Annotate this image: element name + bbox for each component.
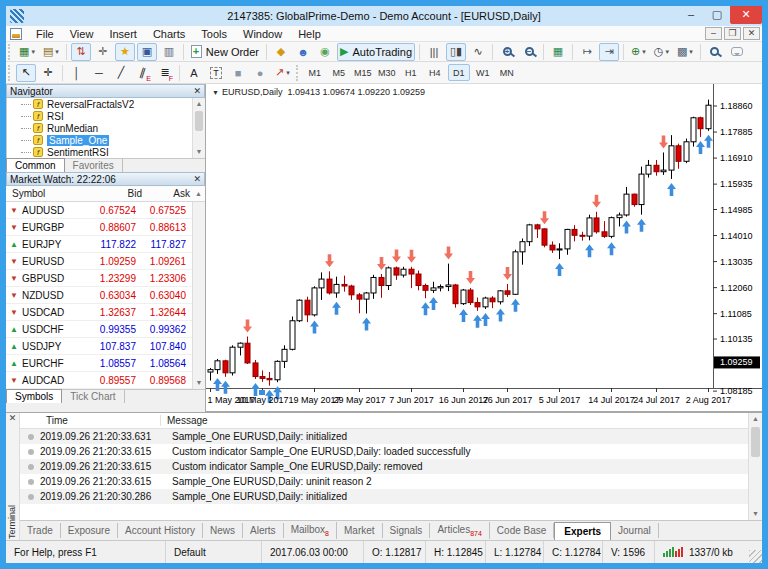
scrollbar-thumb[interactable] bbox=[751, 427, 760, 457]
scroll-up-icon[interactable]: ▲ bbox=[195, 190, 205, 197]
navigator-header[interactable]: Navigator ✕ bbox=[6, 84, 205, 98]
profiles-button[interactable]: ▤▾ bbox=[40, 43, 62, 61]
market-watch-row-usdcad[interactable]: ▼USDCAD1.326371.32644 bbox=[6, 304, 205, 321]
navigator-close-icon[interactable]: ✕ bbox=[193, 86, 201, 96]
timeframe-D1[interactable]: D1 bbox=[448, 64, 470, 81]
terminal-log-row[interactable]: 2019.09.26 21:20:33.615Custom indicator … bbox=[20, 444, 748, 459]
terminal-log-row[interactable]: 2019.09.26 21:20:30.286Sample_One EURUSD… bbox=[20, 489, 748, 504]
navigator-scrollbar[interactable]: ▲ ▼ bbox=[192, 98, 205, 158]
scroll-down-icon[interactable]: ▼ bbox=[193, 146, 205, 158]
column-bid[interactable]: Bid bbox=[92, 188, 142, 199]
mdi-minimize-button[interactable]: – bbox=[705, 27, 722, 40]
market-watch-row-eurusd[interactable]: ▼EURUSD1.092591.09261 bbox=[6, 253, 205, 270]
market-watch-tab-tick-chart[interactable]: Tick Chart bbox=[62, 390, 124, 403]
market-watch-row-eurgbp[interactable]: ▼EURGBP0.886070.88613 bbox=[6, 219, 205, 236]
menu-window[interactable]: Window bbox=[235, 27, 290, 41]
timeframe-H1[interactable]: H1 bbox=[400, 64, 422, 81]
timeframe-H4[interactable]: H4 bbox=[424, 64, 446, 81]
zoom-in-button[interactable]: + bbox=[497, 43, 517, 61]
timeframe-M1[interactable]: M1 bbox=[304, 64, 326, 81]
terminal-scrollbar[interactable]: ▲ ▼ bbox=[748, 413, 762, 520]
scroll-down-icon[interactable]: ▼ bbox=[193, 377, 205, 389]
mdi-restore-button[interactable]: ❐ bbox=[724, 27, 741, 40]
navigator-tab-common[interactable]: Common bbox=[6, 158, 65, 172]
text-button[interactable]: A bbox=[184, 64, 204, 82]
market-watch-row-audcad[interactable]: ▼AUDCAD0.895570.89568 bbox=[6, 372, 205, 389]
scripts-button[interactable]: ◆ bbox=[271, 43, 291, 61]
chart-system-menu-icon[interactable] bbox=[10, 28, 22, 40]
rectangle-button[interactable]: ■ bbox=[228, 64, 248, 82]
navigator-item-sentimentrsi[interactable]: fSentimentRSI bbox=[7, 146, 205, 158]
templates-button[interactable]: ▩▾ bbox=[674, 43, 696, 61]
chat-button[interactable] bbox=[727, 43, 747, 61]
fibonacci-button[interactable]: ≣F bbox=[155, 64, 175, 82]
terminal-tab-market[interactable]: Market bbox=[337, 523, 383, 538]
terminal-tab-experts[interactable]: Experts bbox=[554, 522, 611, 540]
candle-chart-button[interactable]: ▯▮ bbox=[446, 43, 466, 61]
terminal-tab-code-base[interactable]: Code Base bbox=[490, 523, 554, 538]
column-message[interactable]: Message bbox=[160, 415, 748, 426]
menu-help[interactable]: Help bbox=[290, 27, 329, 41]
market-watch-header[interactable]: Market Watch: 22:22:06 ✕ bbox=[6, 172, 205, 186]
terminal-close-icon[interactable]: ✕ bbox=[6, 413, 19, 427]
minimize-button[interactable]: – bbox=[678, 6, 704, 24]
indicators-button[interactable]: ⊕▾ bbox=[628, 43, 649, 61]
timeframe-MN[interactable]: MN bbox=[496, 64, 518, 81]
scrollbar-thumb[interactable] bbox=[195, 111, 203, 131]
navigator-item-sample_one[interactable]: fSample_One bbox=[7, 134, 205, 146]
auto-scroll-button[interactable]: ↦ bbox=[577, 43, 597, 61]
terminal-log-row[interactable]: 2019.09.26 21:20:33.631Sample_One EURUSD… bbox=[20, 429, 748, 444]
timeframe-W1[interactable]: W1 bbox=[472, 64, 494, 81]
resize-grip[interactable] bbox=[749, 550, 762, 563]
market-watch-row-usdjpy[interactable]: ▲USDJPY107.837107.840 bbox=[6, 338, 205, 355]
market-watch-row-nzdusd[interactable]: ▼NZDUSD0.630340.63040 bbox=[6, 287, 205, 304]
expert-advisors-button[interactable]: ☻ bbox=[293, 43, 313, 61]
signals-button[interactable]: ◉ bbox=[315, 43, 335, 61]
market-watch-row-gbpusd[interactable]: ▼GBPUSD1.232991.23306 bbox=[6, 270, 205, 287]
new-order-button[interactable]: New Order bbox=[188, 43, 262, 61]
menu-tools[interactable]: Tools bbox=[193, 27, 235, 41]
status-profile[interactable]: Default bbox=[166, 541, 262, 563]
terminal-tab-signals[interactable]: Signals bbox=[383, 523, 431, 538]
tile-windows-button[interactable]: ▦ bbox=[548, 43, 568, 61]
terminal-log-row[interactable]: 2019.09.26 21:20:33.615Sample_One EURUSD… bbox=[20, 474, 748, 489]
toolbar-grip[interactable] bbox=[8, 65, 13, 81]
chart-shift-button[interactable]: ⇥ bbox=[599, 43, 619, 61]
terminal-tab-news[interactable]: News bbox=[203, 523, 243, 538]
horizontal-line-button[interactable]: ─ bbox=[89, 64, 109, 82]
market-watch-row-eurchf[interactable]: ▲EURCHF1.085571.08564 bbox=[6, 355, 205, 372]
market-watch-scrollbar[interactable]: ▼ bbox=[192, 202, 205, 389]
bar-chart-button[interactable]: ||| bbox=[424, 43, 444, 61]
terminal-tab-exposure[interactable]: Exposure bbox=[61, 523, 118, 538]
timeframe-M15[interactable]: M15 bbox=[352, 64, 374, 81]
menu-insert[interactable]: Insert bbox=[101, 27, 145, 41]
new-chart-button[interactable]: ▦▾ bbox=[16, 43, 38, 61]
ellipse-button[interactable]: ● bbox=[250, 64, 270, 82]
search-button[interactable] bbox=[705, 43, 725, 61]
chart-window[interactable]: ▼EURUSD,Daily 1.09413 1.09674 1.09220 1.… bbox=[206, 84, 762, 412]
toolbar-grip[interactable] bbox=[8, 44, 13, 60]
close-button[interactable]: ✕ bbox=[730, 6, 762, 24]
channel-button[interactable]: ∥E bbox=[133, 64, 153, 82]
cursor-button[interactable]: ↖ bbox=[16, 64, 36, 82]
market-watch-row-eurjpy[interactable]: ▲EURJPY117.822117.827 bbox=[6, 236, 205, 253]
line-chart-button[interactable]: ∿ bbox=[468, 43, 488, 61]
scroll-up-icon[interactable]: ▲ bbox=[749, 413, 762, 425]
navigator-item-reversalfractalsv2[interactable]: fReversalFractalsV2 bbox=[7, 98, 205, 110]
zoom-out-button[interactable]: − bbox=[519, 43, 539, 61]
market-watch-row-usdchf[interactable]: ▲USDCHF0.993550.99362 bbox=[6, 321, 205, 338]
maximize-button[interactable]: ▢ bbox=[704, 6, 730, 24]
autotrading-button[interactable]: ▶AutoTrading bbox=[337, 43, 415, 61]
data-window-button[interactable]: ✛ bbox=[93, 43, 113, 61]
navigator-item-runmedian[interactable]: fRunMedian bbox=[7, 122, 205, 134]
trendline-button[interactable]: ╱ bbox=[111, 64, 131, 82]
mdi-close-button[interactable]: ✕ bbox=[743, 27, 760, 40]
column-ask[interactable]: Ask bbox=[142, 188, 190, 199]
menu-charts[interactable]: Charts bbox=[145, 27, 193, 41]
market-watch-toggle-button[interactable]: ⇅ bbox=[71, 43, 91, 61]
label-button[interactable]: T bbox=[206, 64, 226, 82]
column-symbol[interactable]: Symbol bbox=[6, 188, 92, 199]
market-watch-tab-symbols[interactable]: Symbols bbox=[6, 389, 62, 403]
scroll-up-icon[interactable]: ▲ bbox=[193, 98, 205, 110]
market-watch-row-audusd[interactable]: ▼AUDUSD0.675240.67525 bbox=[6, 202, 205, 219]
